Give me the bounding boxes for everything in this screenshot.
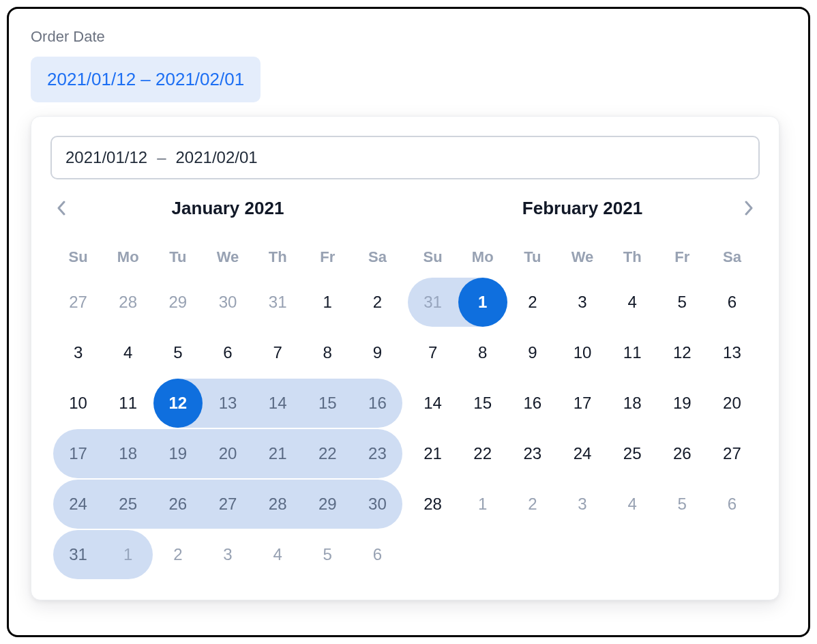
calendar-day[interactable]: 5 (303, 530, 353, 579)
calendar-day[interactable]: 8 (458, 328, 507, 377)
calendar-day[interactable]: 25 (103, 480, 153, 529)
calendar-day[interactable]: 1 (303, 278, 353, 327)
calendar-day[interactable]: 27 (53, 278, 103, 327)
calendar-day[interactable]: 8 (303, 328, 353, 377)
calendar-day[interactable]: 2 (507, 278, 557, 327)
date-range-input[interactable]: 2021/01/12 – 2021/02/01 (50, 136, 760, 179)
weekday-row: SuMoTuWeThFrSa (408, 242, 757, 272)
calendar-day[interactable]: 2 (353, 278, 402, 327)
calendar-day[interactable]: 2 (507, 480, 557, 529)
weekday-label: Mo (458, 242, 507, 272)
calendar-day[interactable]: 13 (707, 328, 757, 377)
calendar-day[interactable]: 16 (353, 379, 402, 428)
calendar-day[interactable]: 11 (608, 328, 657, 377)
calendar-day[interactable]: 7 (253, 328, 303, 377)
calendar-day[interactable]: 31 (253, 278, 303, 327)
calendar-day[interactable]: 22 (458, 429, 507, 478)
calendar-day[interactable]: 17 (53, 429, 103, 478)
calendar-day[interactable]: 30 (353, 480, 402, 529)
calendar-grid-right: 3112345678910111213141516171819202122232… (408, 278, 757, 529)
calendar-day[interactable]: 27 (707, 429, 757, 478)
calendar-day[interactable]: 3 (557, 278, 607, 327)
calendar-day[interactable]: 28 (253, 480, 303, 529)
calendar-day[interactable]: 7 (408, 328, 458, 377)
calendar-day[interactable]: 29 (153, 278, 203, 327)
calendar-day[interactable]: 29 (303, 480, 353, 529)
calendar-day[interactable]: 12 (657, 328, 707, 377)
calendar-day[interactable]: 26 (657, 429, 707, 478)
calendar-day[interactable]: 23 (507, 429, 557, 478)
weekday-label: Th (608, 242, 657, 272)
calendar-day[interactable]: 16 (507, 379, 557, 428)
calendar-day[interactable]: 3 (203, 530, 252, 579)
calendar-month-left: January 2021 SuMoTuWeThFrSa 272829303112… (50, 193, 405, 581)
date-range-pill[interactable]: 2021/01/12 – 2021/02/01 (31, 57, 261, 102)
calendar-day[interactable]: 9 (507, 328, 557, 377)
calendar-day[interactable]: 4 (253, 530, 303, 579)
calendar-day[interactable]: 3 (557, 480, 607, 529)
range-input-end[interactable]: 2021/02/01 (175, 148, 257, 167)
calendar-day[interactable]: 21 (408, 429, 458, 478)
calendar-day[interactable]: 27 (203, 480, 252, 529)
calendar-day[interactable]: 10 (53, 379, 103, 428)
weekday-label: Tu (507, 242, 557, 272)
weekday-label: Sa (707, 242, 757, 272)
calendar-day[interactable]: 10 (557, 328, 607, 377)
date-range-popover: 2021/01/12 – 2021/02/01 January 2021 SuM… (31, 116, 779, 600)
calendar-day[interactable]: 3 (53, 328, 103, 377)
calendar-day[interactable]: 25 (608, 429, 657, 478)
calendar-day-range-start[interactable]: 12 (153, 379, 203, 428)
field-label: Order Date (31, 28, 786, 46)
weekday-label: Fr (657, 242, 707, 272)
calendar-day[interactable]: 6 (707, 278, 757, 327)
calendar-day[interactable]: 6 (353, 530, 402, 579)
calendar-day[interactable]: 15 (303, 379, 353, 428)
calendar-day[interactable]: 4 (103, 328, 153, 377)
calendar-day[interactable]: 4 (608, 278, 657, 327)
calendar-day[interactable]: 24 (53, 480, 103, 529)
calendar-day[interactable]: 6 (203, 328, 252, 377)
calendar-day[interactable]: 20 (707, 379, 757, 428)
calendar-day[interactable]: 22 (303, 429, 353, 478)
calendar-day[interactable]: 21 (253, 429, 303, 478)
calendar-day[interactable]: 9 (353, 328, 402, 377)
calendar-day[interactable]: 15 (458, 379, 507, 428)
weekday-label: Sa (353, 242, 402, 272)
calendar-day[interactable]: 26 (153, 480, 203, 529)
calendar-day[interactable]: 5 (657, 480, 707, 529)
calendar-day[interactable]: 31 (53, 530, 103, 579)
weekday-label: We (203, 242, 252, 272)
calendar-day[interactable]: 31 (408, 278, 458, 327)
calendar-day[interactable]: 5 (657, 278, 707, 327)
calendar-day[interactable]: 30 (203, 278, 252, 327)
calendar-day[interactable]: 2 (153, 530, 203, 579)
month-title-left: January 2021 (53, 193, 402, 223)
calendar-day[interactable]: 1 (103, 530, 153, 579)
calendar-day[interactable]: 13 (203, 379, 252, 428)
calendar-grid-left: 2728293031123456789101112131415161718192… (53, 278, 402, 579)
date-range-panel: Order Date 2021/01/12 – 2021/02/01 2021/… (7, 7, 810, 637)
calendar-day[interactable]: 18 (103, 429, 153, 478)
calendar-day[interactable]: 20 (203, 429, 252, 478)
range-input-dash: – (157, 148, 166, 167)
calendar-day[interactable]: 24 (557, 429, 607, 478)
weekday-row: SuMoTuWeThFrSa (53, 242, 402, 272)
calendar-day-range-end[interactable]: 1 (458, 278, 507, 327)
calendar-day[interactable]: 1 (458, 480, 507, 529)
calendar-day[interactable]: 14 (253, 379, 303, 428)
calendar-day[interactable]: 19 (153, 429, 203, 478)
calendar-day[interactable]: 23 (353, 429, 402, 478)
calendar-day[interactable]: 5 (153, 328, 203, 377)
calendar-day[interactable]: 19 (657, 379, 707, 428)
calendar-day[interactable]: 14 (408, 379, 458, 428)
range-input-start[interactable]: 2021/01/12 (65, 148, 147, 167)
calendar-day[interactable]: 4 (608, 480, 657, 529)
calendar-day[interactable]: 18 (608, 379, 657, 428)
calendar-day[interactable]: 17 (557, 379, 607, 428)
calendar-day[interactable]: 6 (707, 480, 757, 529)
calendar-day[interactable]: 28 (408, 480, 458, 529)
calendar-day[interactable]: 11 (103, 379, 153, 428)
weekday-label: Mo (103, 242, 153, 272)
calendar-day[interactable]: 28 (103, 278, 153, 327)
weekday-label: Th (253, 242, 303, 272)
